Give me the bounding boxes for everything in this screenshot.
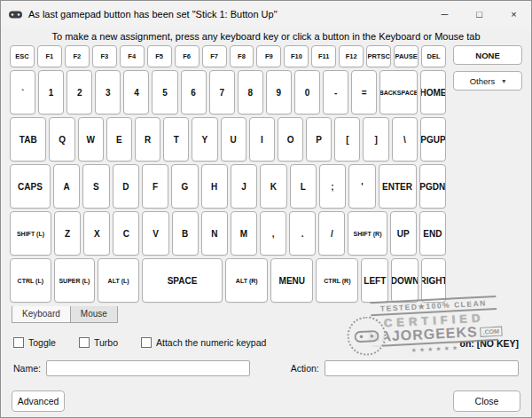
key-1[interactable]: 1 — [38, 70, 64, 114]
key-v[interactable]: V — [142, 211, 168, 256]
key-l[interactable]: L — [290, 164, 317, 209]
key-apostrophe[interactable]: ' — [348, 164, 375, 209]
key-p[interactable]: P — [306, 117, 332, 162]
key-g[interactable]: G — [171, 164, 198, 209]
key-pause[interactable]: PAUSE — [394, 45, 419, 67]
key-esc[interactable]: ESC — [10, 45, 35, 67]
key-d[interactable]: D — [113, 164, 139, 209]
others-dropdown[interactable]: Others ▾ — [453, 71, 522, 91]
key-semicolon[interactable]: ; — [319, 164, 346, 209]
key-space[interactable]: SPACE — [142, 258, 223, 303]
key-b[interactable]: B — [172, 211, 199, 256]
toggle-option[interactable]: Toggle — [13, 337, 56, 348]
key-i[interactable]: I — [249, 117, 275, 162]
key-period[interactable]: . — [289, 211, 316, 256]
key-alt-r[interactable]: ALT (R) — [225, 258, 268, 303]
numpad-option[interactable]: Attach the numeric keypad — [141, 337, 266, 348]
key-x[interactable]: X — [83, 211, 110, 256]
key-0[interactable]: 0 — [294, 70, 320, 114]
key-left[interactable]: LEFT — [361, 258, 388, 303]
key-minus[interactable]: - — [323, 70, 348, 114]
key-q[interactable]: Q — [49, 117, 74, 162]
key-end[interactable]: END — [419, 211, 446, 256]
key-5[interactable]: 5 — [152, 70, 177, 114]
key-6[interactable]: 6 — [181, 70, 207, 114]
minimize-button[interactable]: ─ — [427, 1, 462, 28]
key-f11[interactable]: F11 — [311, 45, 336, 67]
key-shift-l[interactable]: SHIFT (L) — [10, 211, 51, 256]
key-f10[interactable]: F10 — [284, 45, 309, 67]
key-f4[interactable]: F4 — [120, 45, 145, 67]
key-4[interactable]: 4 — [123, 70, 149, 114]
tab-mouse[interactable]: Mouse — [71, 306, 118, 323]
key-enter[interactable]: ENTER — [379, 164, 417, 209]
key-alt-l[interactable]: ALT (L) — [98, 258, 139, 303]
advanced-button[interactable]: Advanced — [12, 390, 65, 412]
toggle-checkbox[interactable] — [13, 337, 24, 348]
key-k[interactable]: K — [260, 164, 286, 209]
key-bracket-left[interactable]: [ — [334, 117, 360, 162]
key-h[interactable]: H — [201, 164, 228, 209]
key-f[interactable]: F — [142, 164, 168, 209]
key-f2[interactable]: F2 — [65, 45, 90, 67]
key-right[interactable]: RIGHT — [421, 258, 446, 303]
key-equals[interactable]: = — [351, 70, 377, 114]
key-t[interactable]: T — [163, 117, 189, 162]
key-comma[interactable]: , — [260, 211, 286, 256]
key-f1[interactable]: F1 — [37, 45, 62, 67]
key-y[interactable]: Y — [192, 117, 217, 162]
key-z[interactable]: Z — [54, 211, 81, 256]
key-tab[interactable]: TAB — [10, 117, 46, 162]
key-f9[interactable]: F9 — [256, 45, 281, 67]
key-down[interactable]: DOWN — [391, 258, 419, 303]
action-input[interactable] — [325, 360, 519, 376]
key-e[interactable]: E — [106, 117, 132, 162]
key-a[interactable]: A — [53, 164, 80, 209]
key-n[interactable]: N — [201, 211, 228, 256]
key-m[interactable]: M — [231, 211, 257, 256]
key-7[interactable]: 7 — [209, 70, 235, 114]
key-f7[interactable]: F7 — [202, 45, 227, 67]
key-prtsc[interactable]: PRTSC — [366, 45, 391, 67]
key-8[interactable]: 8 — [238, 70, 263, 114]
maximize-button[interactable]: □ — [462, 1, 497, 28]
key-3[interactable]: 3 — [95, 70, 121, 114]
key-up[interactable]: UP — [390, 211, 417, 256]
key-j[interactable]: J — [231, 164, 257, 209]
key-f8[interactable]: F8 — [230, 45, 254, 67]
tab-keyboard[interactable]: Keyboard — [12, 306, 71, 323]
key-9[interactable]: 9 — [266, 70, 292, 114]
key-shift-r[interactable]: SHIFT (R) — [348, 211, 387, 256]
key-r[interactable]: R — [135, 117, 160, 162]
turbo-option[interactable]: Turbo — [79, 337, 118, 348]
key-menu[interactable]: MENU — [270, 258, 313, 303]
key-pgup[interactable]: PGUP — [420, 117, 446, 162]
none-button[interactable]: NONE — [453, 45, 522, 65]
close-window-button[interactable]: × — [497, 1, 531, 28]
key-c[interactable]: C — [113, 211, 139, 256]
key-u[interactable]: U — [221, 117, 246, 162]
key-slash[interactable]: / — [318, 211, 345, 256]
key-w[interactable]: W — [78, 117, 104, 162]
turbo-checkbox[interactable] — [79, 337, 90, 348]
key-f12[interactable]: F12 — [339, 45, 364, 67]
key-caps[interactable]: CAPS — [10, 164, 51, 209]
key-backtick[interactable]: ` — [10, 70, 35, 114]
key-s[interactable]: S — [82, 164, 109, 209]
key-o[interactable]: O — [278, 117, 303, 162]
key-del[interactable]: DEL — [421, 45, 446, 67]
key-f5[interactable]: F5 — [147, 45, 172, 67]
key-backspace[interactable]: BACKSPACE — [379, 70, 418, 114]
key-f3[interactable]: F3 — [92, 45, 117, 67]
key-bracket-right[interactable]: ] — [363, 117, 388, 162]
numpad-checkbox[interactable] — [141, 337, 152, 348]
key-home[interactable]: HOME — [420, 70, 446, 114]
key-2[interactable]: 2 — [66, 70, 92, 114]
key-f6[interactable]: F6 — [175, 45, 200, 67]
close-button[interactable]: Close — [453, 390, 520, 412]
key-ctrl-l[interactable]: CTRL (L) — [10, 258, 51, 303]
name-input[interactable] — [46, 360, 250, 376]
key-pgdn[interactable]: PGDN — [419, 164, 446, 209]
key-backslash[interactable]: \ — [392, 117, 418, 162]
key-super-l[interactable]: SUPER (L) — [54, 258, 96, 303]
